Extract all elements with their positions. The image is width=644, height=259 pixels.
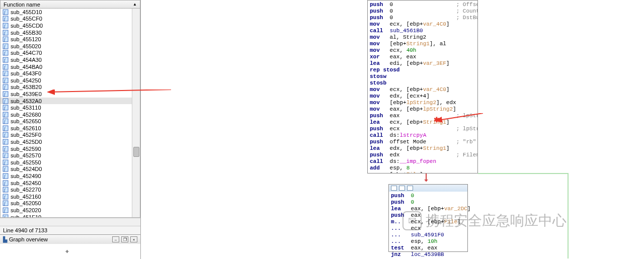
function-icon: f: [3, 105, 9, 111]
function-row[interactable]: fsub_453B20: [1, 84, 140, 91]
function-name: sub_4525D0: [11, 139, 42, 145]
graph-icon: ▙: [3, 236, 7, 243]
flow-edge-green: [478, 173, 569, 174]
function-row[interactable]: fsub_452610: [1, 125, 140, 132]
function-row[interactable]: fsub_453110: [1, 104, 140, 111]
function-icon: f: [3, 30, 9, 36]
scrollbar-thumb[interactable]: [133, 147, 139, 157]
disassembly-code: push 0 push 0 lea eax, [ebp+var_2DC] pus…: [389, 192, 467, 259]
function-row[interactable]: fsub_454BA0: [1, 63, 140, 70]
function-icon: f: [3, 125, 9, 131]
function-icon: f: [3, 77, 9, 83]
function-row[interactable]: fsub_455CF0: [1, 16, 140, 23]
function-row[interactable]: fsub_455020: [1, 43, 140, 50]
function-icon: f: [3, 152, 9, 158]
function-row[interactable]: fsub_454C70: [1, 50, 140, 57]
close-button[interactable]: ×: [130, 236, 137, 242]
function-row[interactable]: fsub_452450: [1, 180, 140, 187]
function-list[interactable]: fsub_455D10fsub_455CF0fsub_455CD0fsub_45…: [0, 9, 140, 218]
function-icon: f: [3, 43, 9, 49]
function-icon: f: [3, 187, 9, 193]
function-icon: f: [3, 112, 9, 118]
function-row[interactable]: fsub_455120: [1, 36, 140, 43]
function-list-pane: Function name ▲ fsub_455D10fsub_455CF0fs…: [0, 0, 141, 259]
function-icon: f: [3, 36, 9, 42]
function-icon: f: [3, 132, 9, 138]
function-name: sub_455CF0: [11, 16, 42, 22]
window-icon: [391, 186, 397, 191]
window-icon: [407, 186, 413, 191]
graph-overview-header: ▙ Graph overview – ❐ ×: [0, 235, 140, 244]
function-row[interactable]: fsub_455CD0: [1, 22, 140, 29]
block-header: [389, 185, 467, 192]
function-row[interactable]: fsub_454250: [1, 77, 140, 84]
function-icon: f: [3, 16, 9, 22]
function-name: sub_452050: [11, 200, 41, 206]
function-icon: f: [3, 194, 9, 200]
function-row[interactable]: fsub_4525F0: [1, 132, 140, 139]
function-row[interactable]: fsub_452020: [1, 207, 140, 214]
function-row[interactable]: fsub_452490: [1, 172, 140, 180]
function-row[interactable]: fsub_452650: [1, 118, 140, 125]
function-name: sub_455B30: [11, 30, 42, 36]
function-name: sub_452450: [11, 180, 41, 186]
status-line: Line 4940 of 7133: [0, 226, 140, 234]
function-name: sub_452650: [11, 118, 41, 124]
function-icon: f: [3, 50, 9, 56]
function-row[interactable]: fsub_4543F0: [1, 70, 140, 77]
function-row[interactable]: fsub_455B30: [1, 29, 140, 36]
function-row[interactable]: fsub_4524D0: [1, 166, 140, 173]
function-row[interactable]: fsub_452550: [1, 159, 140, 166]
window-icon: [399, 186, 405, 191]
disassembly-code: push 0 ; Offset push 0 ; Count push 0 ; …: [368, 1, 477, 174]
function-icon: f: [3, 166, 9, 172]
function-name: sub_454250: [11, 77, 41, 83]
function-row[interactable]: fsub_452270: [1, 186, 140, 193]
flow-edge-red: [426, 174, 427, 182]
function-row[interactable]: fsub_452570: [1, 152, 140, 159]
function-name: sub_455020: [11, 43, 41, 49]
function-row[interactable]: fsub_452680: [1, 111, 140, 118]
function-row[interactable]: fsub_452160: [1, 193, 140, 200]
function-name: sub_455120: [11, 36, 41, 42]
function-row[interactable]: fsub_4525D0: [1, 138, 140, 145]
function-name: sub_453B20: [11, 84, 42, 90]
function-icon: f: [3, 57, 9, 63]
disassembly-block-child[interactable]: push 0 push 0 lea eax, [ebp+var_2DC] pus…: [388, 184, 468, 252]
function-row[interactable]: fsub_455D10: [1, 9, 140, 16]
function-column-header[interactable]: Function name ▲: [0, 0, 140, 9]
function-row[interactable]: fsub_454A30: [1, 56, 140, 63]
function-icon: f: [3, 207, 9, 213]
function-name: sub_452680: [11, 112, 41, 118]
function-name: sub_454C70: [11, 50, 42, 56]
minimize-button[interactable]: –: [112, 236, 119, 242]
function-row[interactable]: fsub_4539E0: [1, 91, 140, 98]
function-icon: f: [3, 180, 9, 186]
column-label: Function name: [4, 2, 40, 8]
function-icon: f: [3, 118, 9, 124]
graph-overview-canvas[interactable]: ⌖: [0, 244, 140, 259]
function-name: sub_4543F0: [11, 70, 41, 76]
function-name: sub_4539E0: [11, 91, 42, 97]
cursor-icon: ⌖: [65, 248, 69, 255]
function-icon: f: [3, 146, 9, 152]
function-row[interactable]: fsub_452050: [1, 200, 140, 207]
function-name: sub_452160: [11, 194, 41, 200]
function-icon: f: [3, 91, 9, 97]
function-name: sub_455D10: [11, 9, 42, 15]
function-name: sub_452550: [11, 159, 41, 165]
scrollbar-vertical[interactable]: [132, 9, 140, 217]
function-name: sub_452570: [11, 152, 41, 158]
function-name: sub_452270: [11, 187, 41, 193]
function-name: sub_454BA0: [11, 64, 42, 70]
scrollbar-horizontal[interactable]: [0, 218, 140, 226]
function-row[interactable]: fsub_4532A0: [1, 98, 140, 105]
disassembly-block-main[interactable]: push 0 ; Offset push 0 ; Count push 0 ; …: [367, 0, 478, 174]
graph-overview-title: Graph overview: [9, 236, 48, 242]
function-name: sub_452590: [11, 146, 41, 152]
restore-button[interactable]: ❐: [121, 236, 128, 242]
sort-indicator-icon: ▲: [133, 2, 137, 7]
function-icon: f: [3, 70, 9, 76]
function-row[interactable]: fsub_452590: [1, 145, 140, 152]
function-row[interactable]: fsub_451F10: [1, 214, 140, 218]
